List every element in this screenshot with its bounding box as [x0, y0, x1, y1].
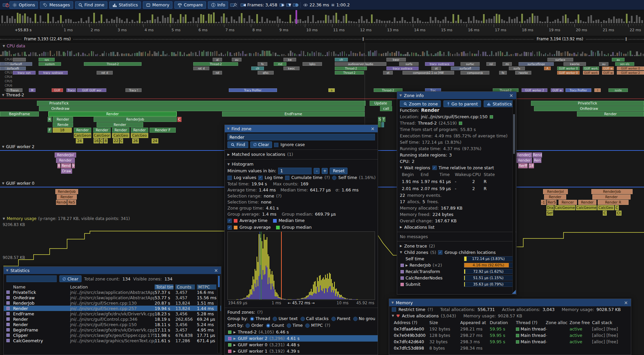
- timeline-zone[interactable]: Render: [517, 158, 532, 163]
- allocation-row[interactable]: 0x7dfc42d64032 bytes298.3 ms59.95 sMain …: [389, 339, 631, 345]
- collapse-triangle-icon[interactable]: ▼: [3, 44, 5, 48]
- close-icon[interactable]: ×: [623, 300, 629, 305]
- timeline-zone[interactable]: Draw: [61, 169, 72, 174]
- log-time-checkbox[interactable]: ✓: [258, 176, 263, 180]
- radio-option-sort[interactable]: Count: [266, 322, 284, 329]
- callstack-free-link[interactable]: [free]: [606, 339, 618, 344]
- timeline-zone[interactable]: RerS: [547, 200, 556, 205]
- timeline-zone[interactable]: CalcGeo: [597, 205, 614, 210]
- timeline-zone[interactable]: Render F: [150, 128, 176, 133]
- collapse-triangle-icon[interactable]: ▼: [392, 313, 394, 319]
- go-to-parent-button[interactable]: ↑Go to parent: [443, 100, 481, 107]
- radio-option-group[interactable]: User text: [273, 315, 298, 322]
- radio-option-sort[interactable]: Order: [246, 322, 263, 329]
- child-zones-header[interactable]: ▼ Child zones (5) ✓ Group children locat…: [397, 249, 516, 256]
- next-frame-button[interactable]: ▶: [279, 3, 284, 7]
- allocation-row[interactable]: 0x7dfc53d8988 bytes298.34 ms: [389, 345, 631, 351]
- callstack-alloc-link[interactable]: [alloc]: [592, 326, 605, 331]
- active-allocations-section[interactable]: ▼ ♥ Active allocations (3,043) Memory us…: [389, 313, 631, 319]
- histogram-plot[interactable]: [227, 231, 375, 300]
- legend-checkbox[interactable]: ✓: [227, 219, 232, 223]
- info-button[interactable]: Info: [208, 1, 228, 9]
- stats-row[interactable]: EndFramejni/../jni/src/claw/gfx/drv/vk/D…: [4, 311, 221, 316]
- timeline-zone[interactable]: Render: [57, 194, 77, 199]
- collapse-triangle-icon[interactable]: ▼: [2, 93, 4, 97]
- radio-option-sort[interactable]: MTPC: [305, 322, 323, 329]
- timeline-zone[interactable]: 24: [76, 138, 83, 143]
- found-zone-row[interactable]: ▶GUIF worker 2(3,296)4.61 s: [225, 335, 378, 342]
- statistics-titlebar[interactable]: ▼ Statistics ×: [4, 267, 221, 274]
- resize-grip[interactable]: [512, 290, 516, 294]
- timeline-zone[interactable]: CalcGeor: [93, 133, 111, 138]
- close-icon[interactable]: ×: [370, 126, 375, 131]
- timeline-zone[interactable]: C: [120, 138, 123, 143]
- stats-scrollbar[interactable]: [217, 275, 220, 353]
- timeline-zone[interactable]: Ren: [533, 158, 541, 163]
- timeline-zone[interactable]: RenderJ: [516, 152, 532, 158]
- radio-option-group[interactable]: Thread: [250, 315, 270, 322]
- radio-option-group[interactable]: Call stacks: [301, 315, 329, 322]
- scrollbar-thumb[interactable]: [218, 276, 220, 287]
- stats-row[interactable]: RenderJobjni/../jni/src/guif/Screen.cpp:…: [4, 300, 221, 306]
- timeline-zone[interactable]: RenderJob: [55, 189, 78, 194]
- timeline-zone[interactable]: T: [382, 117, 385, 122]
- col-mtpc[interactable]: MTPC: [197, 284, 216, 290]
- restrict-time-checkbox[interactable]: ✓: [392, 307, 396, 312]
- timeline-zone[interactable]: PrivateTick: [37, 101, 366, 106]
- timeline-zone[interactable]: Rencer: [558, 200, 577, 205]
- prev-frame-button[interactable]: ◀: [240, 3, 245, 7]
- timeline-zone[interactable]: 18: [53, 128, 72, 133]
- callstack-alloc-link[interactable]: [alloc]: [592, 333, 605, 338]
- zoom-to-zone-button[interactable]: Zoom to zone: [400, 100, 441, 107]
- timeline-zone[interactable]: Render: [544, 194, 566, 199]
- timeline-zone[interactable]: 24: [152, 138, 158, 143]
- matched-source-locations[interactable]: ▶ Matched source locations (1): [225, 151, 378, 158]
- timeline-zone[interactable]: 16: [94, 138, 99, 143]
- scrollbar-thumb[interactable]: [513, 114, 515, 154]
- timeline-zone[interactable]: Render: [74, 128, 91, 133]
- filter-zones-input[interactable]: [6, 275, 57, 282]
- timeline-zone[interactable]: Rerff: [518, 163, 528, 168]
- memory-titlebar[interactable]: ▼ Memory ×: [389, 299, 631, 306]
- timeline-zone[interactable]: Render: [56, 158, 75, 163]
- tools-button[interactable]: [230, 3, 235, 7]
- collapse-triangle-icon[interactable]: ▼: [2, 182, 4, 185]
- timeline-zone[interactable]: call: [380, 106, 392, 111]
- log-values-checkbox[interactable]: ✓: [227, 176, 232, 180]
- timeline-zone[interactable]: CalcGeome: [554, 205, 575, 210]
- statistics-button[interactable]: Statistics: [109, 1, 141, 9]
- timeline-zone[interactable]: Rende: [53, 122, 73, 127]
- timeline-zone[interactable]: Render: [578, 200, 596, 205]
- timeline-zone[interactable]: Render: [592, 194, 631, 199]
- allocations-list-toggle[interactable]: ▶Allocations list: [397, 224, 516, 230]
- col-total-time[interactable]: Total time: [155, 284, 173, 290]
- collapse-icon[interactable]: ▼: [391, 301, 394, 304]
- bin-decrease-button[interactable]: -: [314, 168, 320, 174]
- callstack-free-link[interactable]: [free]: [606, 333, 618, 338]
- stats-row[interactable]: BeginFramejni/../jni/src/claw/gfx/drv/vk…: [4, 327, 221, 332]
- self-time-toggle[interactable]: [332, 176, 336, 180]
- child-zone-row[interactable]: CalcRenderNodes51.51 µs (1.15%): [397, 275, 516, 281]
- bin-increase-button[interactable]: +: [322, 168, 328, 174]
- collapse-triangle-icon[interactable]: ▼: [227, 161, 230, 168]
- timeline-zone[interactable]: F: [48, 128, 52, 133]
- radio-option-group[interactable]: Parent: [331, 315, 351, 322]
- timeline-zone[interactable]: Render: [48, 112, 177, 117]
- find-button[interactable]: Find: [227, 141, 248, 148]
- cpu-data-header[interactable]: ▼ CPU data: [3, 44, 25, 48]
- zone-info-titlebar[interactable]: ▼ Zone info ×: [397, 92, 516, 99]
- zone-statistics-button[interactable]: Statistics: [484, 100, 515, 107]
- timeline-zone[interactable]: RenderJob: [94, 117, 177, 122]
- timeline-zone[interactable]: CalcGeo: [112, 133, 129, 138]
- stats-row[interactable]: Renderjni/../jni/src/guif/Screen.cpp:257…: [4, 306, 221, 311]
- stats-row[interactable]: OnRedrawjni/../jni/src/claw/application/…: [4, 295, 221, 300]
- timeline-zone[interactable]: Render: [577, 112, 644, 117]
- timeline-zone[interactable]: Render: [112, 128, 129, 133]
- timeline-zone[interactable]: RenderJol: [55, 152, 76, 158]
- clear-filter-button[interactable]: ∅Clear: [59, 275, 82, 282]
- timeline-zone[interactable]: 8: [57, 163, 60, 168]
- timeline-zone[interactable]: Render: [131, 128, 148, 133]
- timeline-zone[interactable]: 18: [529, 163, 534, 168]
- stats-row[interactable]: PrivateTickjni/../jni/src/claw/applicati…: [4, 290, 221, 295]
- collapse-triangle-icon[interactable]: ▼: [2, 145, 4, 148]
